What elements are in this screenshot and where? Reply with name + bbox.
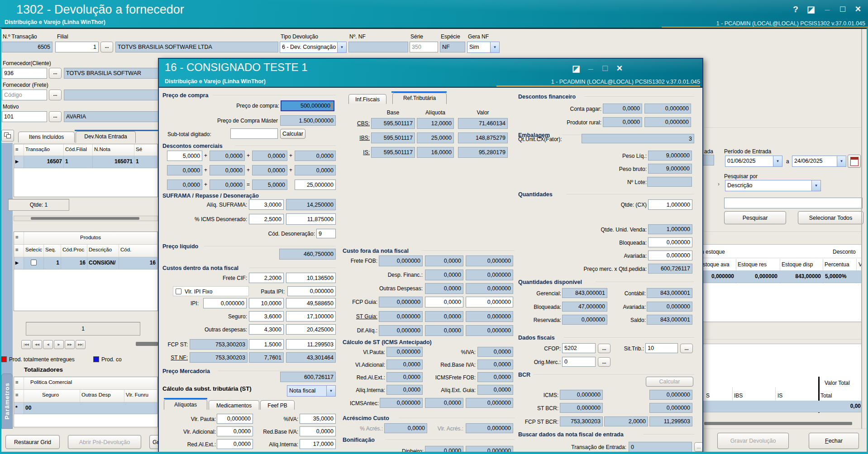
calcular-subtotal-button[interactable]: Calcular <box>280 129 305 139</box>
calc-st-combo[interactable]: Nota fiscal ▼ <box>287 385 336 397</box>
date-from-select[interactable]: 01/06/2025 ▼ <box>725 156 782 167</box>
desconto-1[interactable]: 5,0000 <box>167 151 202 161</box>
tab-ref-tributaria[interactable]: Ref.Tributária <box>392 93 447 104</box>
col-seguro[interactable]: Seguro <box>24 390 80 402</box>
red-base-iva-field[interactable]: 0,0000 <box>300 426 336 436</box>
nav-last-button[interactable]: ▶▶| <box>76 340 86 349</box>
fornecedor-frete-code[interactable]: Código <box>2 90 47 100</box>
tab-itens-incluidos[interactable]: Itens Incluídos <box>18 132 75 142</box>
icms-desonerado-pct[interactable]: 2,5000 <box>249 214 284 224</box>
grid-options-icon[interactable]: ≡ <box>14 144 24 156</box>
maximize-icon[interactable]: □ <box>599 63 611 73</box>
vlr-pauta-field[interactable]: 0,000000 <box>217 414 253 424</box>
close-icon[interactable]: × <box>613 62 626 74</box>
ipi-v1[interactable]: 0,000000 <box>203 298 247 308</box>
fcp-st-pct[interactable]: 1,5000 <box>249 339 284 350</box>
col-selecionado[interactable]: Selecic <box>24 245 44 257</box>
filial-field[interactable]: 1 <box>55 42 99 52</box>
minimize-icon[interactable]: _ <box>821 2 834 12</box>
preco-compra-field[interactable]: 500,000000 <box>281 100 334 111</box>
filial-lookup-button[interactable]: ... <box>100 42 113 52</box>
fornecedor-cliente-lookup[interactable]: ... <box>49 68 62 79</box>
avariada-field[interactable]: 0,000000 <box>648 251 692 260</box>
hscrollbar-track[interactable] <box>14 216 158 221</box>
col-cod[interactable]: Cód. <box>119 245 157 257</box>
maximize-icon[interactable]: □ <box>836 4 849 14</box>
produtos-grid[interactable]: ≡ Produtos ≡ Selecic Seq. Cód.Proc Descr… <box>14 232 158 311</box>
ipi-v2[interactable]: 10,0000 <box>249 298 284 308</box>
vlr-adicional-field[interactable]: 0,0000 <box>217 426 253 436</box>
motivo-code[interactable]: 101 <box>2 111 47 122</box>
col-seq[interactable]: Seq. <box>44 245 61 257</box>
frete-cif-pct[interactable]: 2,2000 <box>249 273 284 283</box>
ipi-fixo-checkbox[interactable] <box>176 288 181 294</box>
col-estoque-reservado[interactable]: Estoque res <box>738 261 767 268</box>
bloqueada-field[interactable]: 0,000000 <box>648 237 692 247</box>
col-percentual[interactable]: Percentua <box>825 261 849 268</box>
close-icon[interactable]: × <box>852 3 864 15</box>
chevron-down-icon[interactable]: ▼ <box>490 42 499 52</box>
desconto-valor-total[interactable]: 25,000000 <box>295 180 336 190</box>
parametros-side-tab[interactable]: Parâmetros <box>1 374 13 429</box>
nav-next-page-button[interactable]: ▶▶ <box>65 340 75 349</box>
cbs-link[interactable]: CBS: <box>348 120 370 127</box>
orig-merc-field[interactable]: 0 <box>562 357 596 367</box>
col-vlr-funrural[interactable]: Vlr. Funru <box>124 390 157 402</box>
nav-first-button[interactable]: |◀◀ <box>21 340 31 349</box>
chevron-down-icon[interactable]: ▼ <box>337 42 346 52</box>
selecionar-todos-button[interactable]: Selecionar Todos <box>798 211 863 224</box>
col-is[interactable]: IS <box>777 393 782 399</box>
tab-dev-nota-entrada[interactable]: Dev.Nota Entrada <box>76 131 136 143</box>
subtotal-field[interactable] <box>230 128 278 139</box>
col-estoque-avariado[interactable]: Estoque ava <box>699 261 730 268</box>
st-guia-link[interactable]: ST Guia: <box>322 313 377 320</box>
restore-icon[interactable]: ◪ <box>570 63 582 74</box>
outras-pct[interactable]: 4,3000 <box>249 324 284 335</box>
fornecedor-frete-lookup[interactable]: ... <box>49 90 62 100</box>
col-transacao[interactable]: Transação <box>24 144 64 156</box>
hscrollbar-thumb[interactable] <box>136 342 158 346</box>
aliq-interna-field[interactable]: 17,0000 <box>300 439 336 449</box>
red-al-ext-field[interactable]: 0,0000 <box>217 439 253 449</box>
hscrollbar-thumb[interactable] <box>704 422 852 425</box>
detach-grid-icon[interactable] <box>1 130 14 142</box>
col-total[interactable]: Total <box>820 393 832 399</box>
sit-trib-field[interactable]: 10 <box>645 343 678 353</box>
fcp-guia-valor[interactable]: 0,000000 <box>466 297 513 307</box>
nav-prev-page-button[interactable]: ◀◀ <box>32 340 42 349</box>
col-outras-desp[interactable]: Outras Desp <box>80 390 124 402</box>
aliq-suframa-pct[interactable]: 3,0000 <box>249 199 284 210</box>
col-estoque-disponivel[interactable]: Estoque disp <box>782 261 813 268</box>
grid-options-icon[interactable]: ≡ <box>14 245 24 257</box>
fcp-st-valor[interactable]: 11,299503 <box>286 339 336 350</box>
chevron-down-icon[interactable]: ▼ <box>837 156 846 166</box>
cod-desoneracao-field[interactable]: 9 <box>316 229 336 238</box>
gera-nf-select[interactable]: Sim ▼ <box>467 42 500 53</box>
fcp-guia-pct[interactable]: 0,0000 <box>425 297 463 307</box>
chevron-down-icon[interactable]: ▼ <box>773 156 782 166</box>
st-nf-link[interactable]: ST NF: <box>162 355 188 361</box>
qtde-cx-field[interactable]: 1,000000 <box>648 199 692 210</box>
pauta-ipi-field[interactable]: 0,000000 <box>287 286 336 296</box>
ibs-link[interactable]: IBS: <box>348 135 370 141</box>
serie-field[interactable]: 350 <box>410 42 438 52</box>
transacao-entrada-lookup[interactable]: ... <box>694 442 703 452</box>
chevron-down-icon[interactable]: ▼ <box>811 180 820 191</box>
bcr-calcular-button[interactable]: Calcular <box>646 377 693 387</box>
dev-nota-grid[interactable]: ≡ Transação Cód.Filial N.Nota Sé ▶ 16507… <box>14 144 158 197</box>
restore-icon[interactable]: ◪ <box>805 4 817 14</box>
is-link[interactable]: IS: <box>348 149 370 156</box>
date-to-select[interactable]: 24/06/2025 ▼ <box>792 156 846 167</box>
pesquisar-button[interactable]: Pesquisar <box>724 211 786 224</box>
col-n-nota[interactable]: N.Nota <box>93 144 134 156</box>
grid-options-icon[interactable]: ≡ <box>14 390 24 402</box>
splitter-bar[interactable] <box>704 339 861 340</box>
minimize-icon[interactable]: _ <box>584 61 597 71</box>
pesquisar-por-select[interactable]: Descrição ▼ <box>725 180 821 191</box>
table-row[interactable]: ▶ 16507 1 165071 1 <box>14 156 157 168</box>
cfop-lookup[interactable]: ... <box>598 344 610 353</box>
tab-aliquotas[interactable]: Alíquotas <box>164 399 207 410</box>
grid-options-icon[interactable]: ≡ <box>14 232 24 244</box>
splitter-bar[interactable] <box>704 322 861 323</box>
seguro-pct[interactable]: 3,6000 <box>249 311 284 322</box>
